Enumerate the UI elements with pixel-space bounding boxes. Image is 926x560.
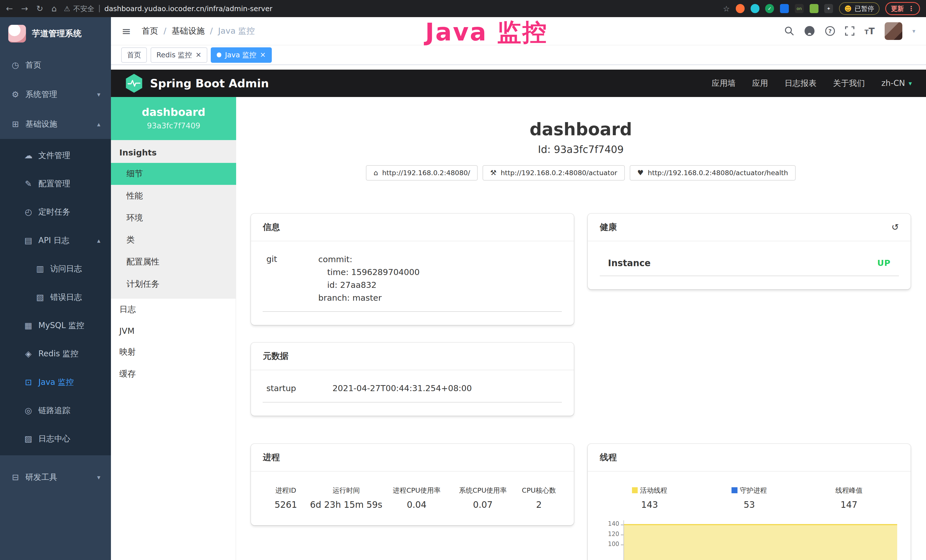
font-size-icon[interactable]: TT <box>865 26 875 36</box>
sidebar-item-label: 配置管理 <box>38 178 70 189</box>
sba-item-mappings[interactable]: 映射 <box>111 341 236 363</box>
sidebar-item-error-logs[interactable]: ▧ 错误日志 <box>0 283 111 311</box>
sba-app-name: dashboard <box>116 106 232 118</box>
forward-icon[interactable]: → <box>21 4 28 14</box>
peak-threads-legend: 线程峰值 <box>799 480 899 496</box>
service-url-button[interactable]: ⌂ http://192.168.0.2:48080/ <box>366 165 478 180</box>
extension-icon-6[interactable] <box>809 4 819 13</box>
extension-icon-4[interactable] <box>780 4 789 13</box>
search-icon[interactable] <box>784 26 794 36</box>
tab-home[interactable]: 首页 <box>121 47 147 63</box>
sba-insights-section: Insights 细节 性能 环境 类 配置属性 计划任务 <box>111 140 236 298</box>
history-icon[interactable]: ↺ <box>891 222 899 232</box>
update-label: 更新 <box>891 4 904 13</box>
chevron-up-icon: ▴ <box>97 120 100 128</box>
close-icon[interactable]: × <box>195 51 201 59</box>
process-card-title: 进程 <box>251 444 574 472</box>
fullscreen-icon[interactable] <box>845 26 855 36</box>
avatar[interactable] <box>885 22 902 40</box>
sidebar-item-api-logs[interactable]: ▤ API 日志 ▴ <box>0 226 111 254</box>
sidebar-item-dev-tools[interactable]: ⊟ 研发工具 ▾ <box>0 462 111 492</box>
bookmark-star-icon[interactable]: ☆ <box>723 4 730 13</box>
sba-language-select[interactable]: zh-CN ▾ <box>882 79 912 88</box>
actuator-url-button[interactable]: ⚒ http://192.168.0.2:48080/actuator <box>483 165 625 180</box>
sba-item-details[interactable]: 细节 <box>111 163 236 185</box>
paused-badge[interactable]: ☻ 已暂停 <box>839 2 879 15</box>
sidebar-item-config-mgmt[interactable]: ✎ 配置管理 <box>0 170 111 198</box>
sidebar-item-access-logs[interactable]: ▥ 访问日志 <box>0 254 111 283</box>
github-icon[interactable] <box>804 26 815 36</box>
health-url-button[interactable]: ♥ http://192.168.0.2:48080/actuator/heal… <box>630 165 796 180</box>
security-label[interactable]: 不安全 <box>73 4 94 14</box>
sba-nav-journal[interactable]: 日志报表 <box>785 78 817 89</box>
sidebar-item-file-mgmt[interactable]: ☁ 文件管理 <box>0 141 111 170</box>
extension-icon-2[interactable] <box>750 4 760 13</box>
extension-icon-1[interactable] <box>736 4 744 13</box>
sidebar-item-home[interactable]: ◷ 首页 <box>0 50 111 80</box>
dashboard-icon: ◷ <box>11 60 20 70</box>
tab-java-monitor[interactable]: Java 监控 × <box>211 47 271 63</box>
sba-nav-about[interactable]: 关于我们 <box>833 78 865 89</box>
home-icon[interactable]: ⌂ <box>51 4 57 14</box>
sidebar-item-system-mgmt[interactable]: ⚙ 系统管理 ▾ <box>0 80 111 109</box>
breadcrumb-infrastructure[interactable]: 基础设施 <box>158 26 205 37</box>
edit-icon: ✎ <box>24 179 33 189</box>
sba-brand-title[interactable]: Spring Boot Admin <box>150 77 269 90</box>
chevron-down-icon[interactable]: ▾ <box>912 28 915 35</box>
sidebar-item-label: 首页 <box>26 60 41 70</box>
process-col-label: 进程CPU使用率 <box>384 480 450 496</box>
app-logo[interactable]: 芋道管理系统 <box>0 17 111 50</box>
sba-sidebar: dashboard 93a3fc7f7409 Insights 细节 性能 环境… <box>111 97 236 560</box>
url-text[interactable]: dashboard.yudao.iocoder.cn/infra/admin-s… <box>104 5 272 13</box>
sba-item-jvm[interactable]: JVM <box>111 321 236 341</box>
sba-item-config-props[interactable]: 配置属性 <box>111 251 236 273</box>
metadata-card: 元数据 startup 2021-04-27T00:44:31.254+08:0… <box>251 343 574 416</box>
sidebar-item-label: 链路追踪 <box>38 405 70 416</box>
process-pid-value: 5261 <box>263 496 309 512</box>
help-icon[interactable]: ? <box>825 26 835 36</box>
collapse-sidebar-icon[interactable]: ≡ <box>122 24 131 38</box>
address-bar[interactable]: ⚠ 不安全 dashboard.yudao.iocoder.cn/infra/a… <box>64 4 716 14</box>
process-col-label: 运行时间 <box>309 480 384 496</box>
tab-redis-monitor[interactable]: Redis 监控 × <box>151 47 207 63</box>
sidebar-item-label: Redis 监控 <box>38 348 79 359</box>
close-icon[interactable]: × <box>260 51 266 59</box>
timer-icon: ◴ <box>24 207 33 217</box>
link-label: http://192.168.0.2:48080/actuator <box>501 169 617 177</box>
sidebar-item-redis-monitor[interactable]: ◈ Redis 监控 <box>0 340 111 368</box>
extension-icon-3[interactable]: ✓ <box>765 4 774 13</box>
info-card: 信息 git commit: time: 1596289704000 id: 2… <box>251 214 574 325</box>
sidebar-item-label: 错误日志 <box>50 292 82 303</box>
sidebar-item-mysql-monitor[interactable]: ▦ MySQL 监控 <box>0 311 111 339</box>
breadcrumb-home[interactable]: 首页 <box>142 26 158 37</box>
reload-icon[interactable]: ↻ <box>36 4 43 14</box>
sba-item-scheduled-tasks[interactable]: 计划任务 <box>111 273 236 295</box>
process-col-label: 系统CPU使用率 <box>450 480 516 496</box>
sidebar-menu: ◷ 首页 ⚙ 系统管理 ▾ ⊞ 基础设施 ▴ ☁ 文件管理 ✎ 配置管 <box>0 50 111 492</box>
threads-chart-plot <box>623 520 899 560</box>
extension-icon-7[interactable]: ✦ <box>824 4 833 13</box>
sidebar-item-java-monitor[interactable]: ⊡ Java 监控 <box>0 368 111 396</box>
health-card-title: 健康 <box>600 221 617 233</box>
back-icon[interactable]: ← <box>6 4 13 14</box>
sidebar-item-scheduled-tasks[interactable]: ◴ 定时任务 <box>0 198 111 226</box>
update-button[interactable]: 更新 ⋮ <box>885 2 920 15</box>
kebab-menu-icon[interactable]: ⋮ <box>908 5 915 12</box>
sidebar-item-log-center[interactable]: ▨ 日志中心 <box>0 425 111 453</box>
spring-boot-admin: Spring Boot Admin 应用墙 应用 日志报表 关于我们 zh-CN… <box>111 70 926 560</box>
sba-item-metrics[interactable]: 性能 <box>111 185 236 207</box>
extension-icon-5[interactable]: on <box>795 4 803 13</box>
sba-item-classes[interactable]: 类 <box>111 229 236 251</box>
process-uptime-value: 6d 23h 15m 59s <box>309 496 384 512</box>
sba-nav-applications[interactable]: 应用 <box>752 78 768 89</box>
sidebar-item-trace[interactable]: ◎ 链路追踪 <box>0 396 111 424</box>
sba-item-caches[interactable]: 缓存 <box>111 363 236 385</box>
emoji-face-icon: ☻ <box>844 5 852 13</box>
sba-item-environment[interactable]: 环境 <box>111 207 236 229</box>
tab-label: Java 监控 <box>225 50 256 60</box>
sba-nav-wallboard[interactable]: 应用墙 <box>712 78 736 89</box>
sba-item-logs[interactable]: 日志 <box>111 299 236 321</box>
sidebar-item-infrastructure[interactable]: ⊞ 基础设施 ▴ <box>0 109 111 139</box>
sba-logo-icon[interactable] <box>125 74 143 93</box>
daemon-threads-legend: 守护进程 <box>699 480 799 496</box>
